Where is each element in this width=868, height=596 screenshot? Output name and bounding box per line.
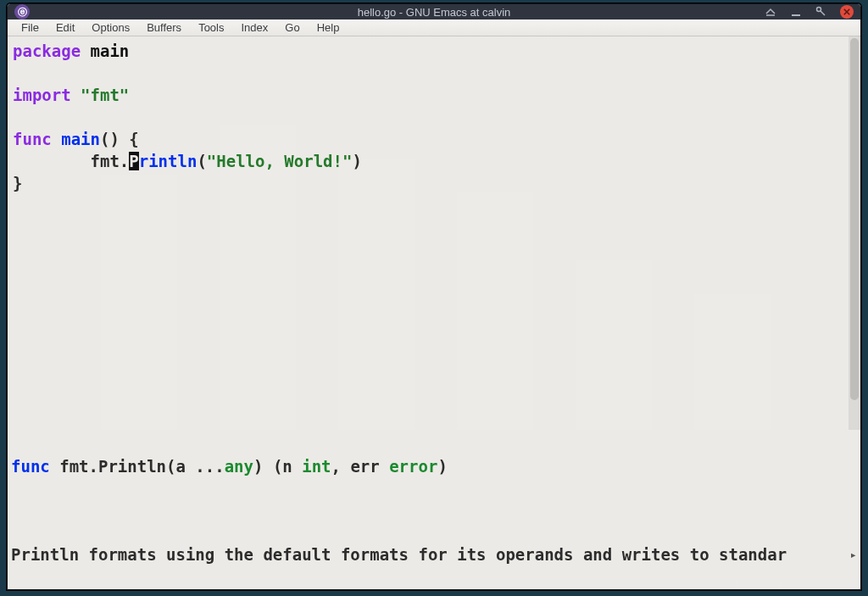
text-cursor: P bbox=[129, 152, 138, 170]
menu-help[interactable]: Help bbox=[309, 19, 348, 36]
emacs-app-icon: ⓔ bbox=[14, 4, 30, 19]
menu-edit[interactable]: Edit bbox=[47, 19, 83, 36]
svg-point-2 bbox=[817, 8, 821, 12]
maximize-button[interactable] bbox=[815, 5, 828, 19]
window-controls bbox=[764, 5, 854, 19]
kw-func: func bbox=[13, 130, 52, 148]
eldoc-doc-line-1a: Println formats using the default format… bbox=[11, 543, 859, 565]
emacs-window: ⓔ hello.go - GNU Emacs at calvin File Ed… bbox=[7, 3, 861, 590]
menu-buffers[interactable]: Buffers bbox=[138, 19, 190, 36]
vertical-scrollbar[interactable] bbox=[849, 36, 860, 430]
func-name-main: main bbox=[61, 130, 100, 148]
editor-pane: package main import "fmt" func main() { … bbox=[8, 36, 860, 430]
string-arg: "Hello, World!" bbox=[207, 152, 353, 170]
titlebar[interactable]: ⓔ hello.go - GNU Emacs at calvin bbox=[8, 4, 860, 19]
svg-line-3 bbox=[821, 11, 825, 15]
close-button[interactable] bbox=[840, 5, 854, 19]
menu-tools[interactable]: Tools bbox=[190, 19, 232, 36]
kw-package: package bbox=[13, 42, 81, 60]
menu-file[interactable]: File bbox=[13, 19, 47, 36]
menu-options[interactable]: Options bbox=[83, 19, 138, 36]
call-fn-name: rintln bbox=[139, 152, 198, 170]
closing-brace: } bbox=[13, 174, 22, 192]
import-string: "fmt" bbox=[81, 86, 129, 104]
source-code: package main import "fmt" func main() { … bbox=[13, 40, 849, 194]
menu-index[interactable]: Index bbox=[232, 19, 276, 36]
paren-close: ) bbox=[352, 152, 361, 170]
eldoc-area: func fmt.Println(a ...any) (n int, err e… bbox=[8, 430, 860, 590]
indent bbox=[13, 152, 91, 170]
shade-button[interactable] bbox=[764, 5, 777, 19]
minimize-button[interactable] bbox=[789, 5, 803, 19]
scrollbar-thumb[interactable] bbox=[850, 38, 859, 400]
background-mascot-silhouette bbox=[615, 567, 835, 591]
code-editor[interactable]: package main import "fmt" func main() { … bbox=[8, 36, 849, 430]
func-parens: () { bbox=[100, 130, 139, 148]
eldoc-doc-line-1b: ◂d output\. bbox=[11, 588, 859, 590]
line-wrap-indicator-right: ▸ bbox=[850, 543, 857, 565]
paren-open: ( bbox=[197, 152, 206, 170]
ident-main: main bbox=[91, 42, 130, 60]
menu-go[interactable]: Go bbox=[276, 19, 308, 36]
eldoc-signature: func fmt.Println(a ...any) (n int, err e… bbox=[11, 455, 859, 477]
menubar: File Edit Options Buffers Tools Index Go… bbox=[8, 19, 860, 36]
window-title: hello.go - GNU Emacs at calvin bbox=[8, 6, 860, 19]
call-receiver: fmt. bbox=[91, 152, 130, 170]
kw-import: import bbox=[13, 86, 71, 104]
